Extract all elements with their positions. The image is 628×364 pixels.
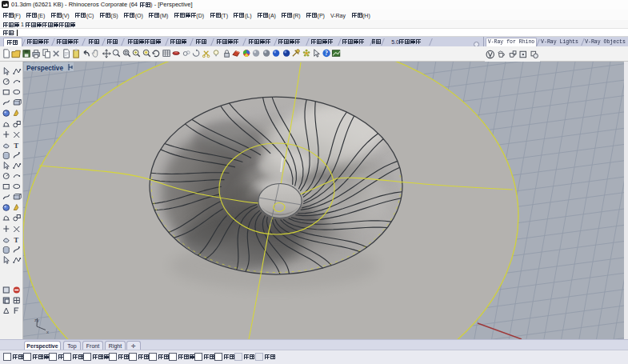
svg-text:T: T <box>14 142 18 150</box>
svg-text:zy: zy <box>34 318 39 322</box>
svg-text:?: ? <box>324 50 327 57</box>
svg-text:T: T <box>14 236 18 244</box>
svg-text:x: x <box>46 330 49 334</box>
svg-text:Perspective: Perspective <box>26 65 63 72</box>
